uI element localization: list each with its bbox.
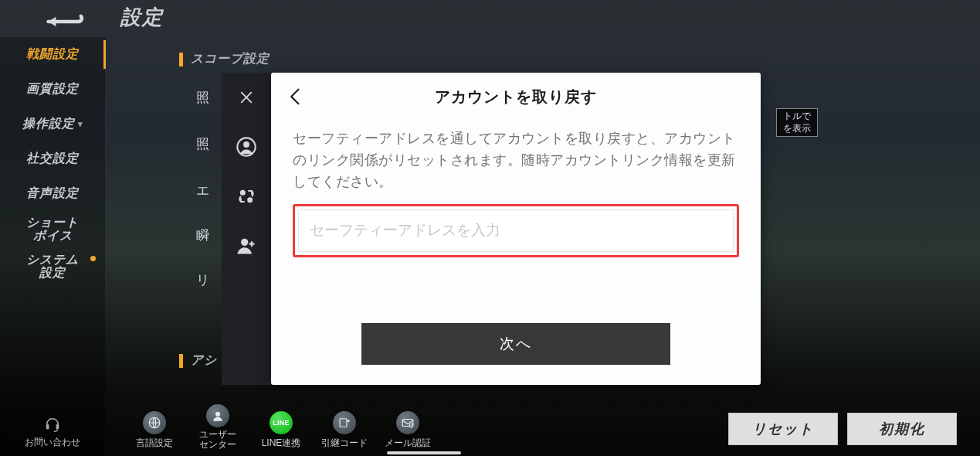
safety-address-input[interactable] bbox=[298, 209, 734, 252]
section-header-label: アシ bbox=[191, 352, 217, 369]
back-arrow-icon bbox=[45, 11, 86, 32]
dialog-description: セーフティーアドレスを通してアカウントを取り戻すと、アカウントのリンク関係がリセ… bbox=[293, 128, 739, 193]
tooltip-line: を表示 bbox=[783, 123, 811, 135]
section-header-scope: スコープ設定 bbox=[179, 51, 270, 67]
section-header-label: スコープ設定 bbox=[191, 51, 270, 67]
input-highlight-frame bbox=[293, 204, 739, 257]
globe-icon bbox=[143, 411, 166, 434]
dialog-title: アカウントを取り戻す bbox=[271, 87, 761, 107]
back-button[interactable] bbox=[45, 6, 86, 37]
tooltip-line: トルで bbox=[783, 111, 811, 123]
sidebar-item-label: 画質設定 bbox=[26, 81, 79, 97]
sidebar-item-label: システム bbox=[26, 254, 79, 267]
svg-rect-13 bbox=[411, 425, 412, 427]
reset-button[interactable]: リセット bbox=[728, 413, 838, 445]
bottom-active-indicator bbox=[387, 451, 461, 454]
svg-marker-0 bbox=[49, 17, 56, 27]
setting-row-partial: 照 bbox=[196, 89, 209, 107]
transfer-code-icon bbox=[333, 411, 356, 434]
accent-bar-icon bbox=[179, 53, 183, 66]
setting-row-partial: リ bbox=[196, 271, 209, 289]
svg-point-7 bbox=[241, 239, 248, 246]
bottom-language-button[interactable]: 言語設定 bbox=[127, 411, 182, 450]
section-header-assist: アシ bbox=[179, 352, 217, 369]
bottom-item-label: メール認証 bbox=[385, 437, 431, 450]
contact-label: お問い合わせ bbox=[25, 436, 80, 449]
sidebar-item-label: 音声設定 bbox=[26, 185, 79, 202]
tooltip-box: トルで を表示 bbox=[776, 108, 818, 137]
close-button[interactable] bbox=[232, 83, 260, 111]
setting-row-partial: エ bbox=[196, 182, 209, 199]
svg-point-9 bbox=[215, 411, 220, 416]
dialog-body: セーフティーアドレスを通してアカウントを取り戻すと、アカウントのリンク関係がリセ… bbox=[271, 121, 761, 323]
headset-icon bbox=[44, 416, 61, 433]
bottom-item-label: 引継コード bbox=[321, 437, 368, 450]
dialog-header: アカウントを取り戻す bbox=[271, 73, 761, 121]
bottom-item-label: 言語設定 bbox=[136, 437, 173, 450]
next-button-label: 次へ bbox=[500, 334, 532, 354]
bottom-transfer-code-button[interactable]: 引継コード bbox=[317, 411, 372, 450]
user-circle-icon bbox=[236, 136, 257, 158]
bottom-mail-auth-button[interactable]: メール認証 bbox=[380, 411, 436, 450]
sidebar-item-label: ショート bbox=[26, 216, 79, 230]
sidebar-item-controls[interactable]: 操作設定 ▾ bbox=[0, 107, 105, 141]
setting-row-partial: 照 bbox=[196, 135, 209, 153]
svg-rect-2 bbox=[56, 424, 59, 429]
contact-support-button[interactable]: お問い合わせ bbox=[0, 408, 105, 456]
initialize-button-label: 初期化 bbox=[879, 420, 925, 438]
sidebar-item-short-voice[interactable]: ショート ボイス bbox=[0, 211, 105, 248]
sidebar-item-label: 戦闘設定 bbox=[26, 46, 79, 63]
close-icon bbox=[239, 90, 253, 104]
page-title: 設定 bbox=[120, 4, 164, 31]
svg-point-5 bbox=[240, 190, 246, 196]
sidebar-item-label: 社交設定 bbox=[26, 151, 79, 167]
bottom-user-center-button[interactable]: ユーザー センター bbox=[190, 404, 246, 450]
sidebar-item-label: ボイス bbox=[33, 230, 73, 243]
sidebar-item-social[interactable]: 社交設定 bbox=[0, 141, 105, 176]
chevron-down-icon: ▾ bbox=[78, 119, 83, 129]
uc-tab-profile[interactable] bbox=[232, 133, 260, 161]
notification-dot-icon bbox=[90, 256, 96, 261]
reset-button-label: リセット bbox=[752, 420, 814, 438]
sidebar-item-system[interactable]: システム 設定 bbox=[0, 248, 105, 285]
sidebar-item-audio[interactable]: 音声設定 bbox=[0, 176, 105, 211]
sidebar-item-combat[interactable]: 戦闘設定 bbox=[0, 37, 105, 72]
bottom-line-link-button[interactable]: LINE LINE連携 bbox=[253, 411, 309, 450]
sidebar-item-label: 操作設定 bbox=[22, 116, 75, 132]
svg-rect-1 bbox=[46, 424, 49, 429]
uc-tab-add[interactable] bbox=[232, 232, 260, 260]
svg-point-6 bbox=[247, 197, 253, 202]
sidebar-item-label: 設定 bbox=[39, 267, 66, 280]
recover-account-dialog: アカウントを取り戻す セーフティーアドレスを通してアカウントを取り戻すと、アカウ… bbox=[271, 73, 761, 385]
line-app-icon: LINE bbox=[270, 411, 293, 434]
bottom-item-label: LINE連携 bbox=[262, 437, 301, 450]
user-add-icon bbox=[236, 235, 257, 257]
dialog-footer: 次へ bbox=[271, 323, 761, 385]
next-button[interactable]: 次へ bbox=[361, 323, 670, 365]
accent-bar-icon bbox=[179, 354, 183, 368]
mail-lock-icon bbox=[396, 411, 419, 434]
svg-point-4 bbox=[243, 141, 249, 148]
user-icon bbox=[206, 404, 229, 427]
initialize-button[interactable]: 初期化 bbox=[847, 413, 957, 445]
bottom-item-label: ユーザー センター bbox=[199, 430, 236, 450]
sidebar-item-quality[interactable]: 画質設定 bbox=[0, 72, 105, 107]
svg-rect-10 bbox=[340, 419, 347, 427]
bottom-toolbar: 言語設定 ユーザー センター LINE LINE連携 引継コード メール認証 bbox=[127, 404, 436, 450]
uc-tab-switch[interactable] bbox=[232, 182, 260, 210]
people-switch-icon bbox=[236, 185, 257, 207]
user-center-sidebar bbox=[222, 73, 271, 385]
settings-sidebar: 戦闘設定 画質設定 操作設定 ▾ 社交設定 音声設定 ショート ボイス システム… bbox=[0, 37, 105, 408]
setting-row-partial: 瞬 bbox=[196, 226, 209, 244]
